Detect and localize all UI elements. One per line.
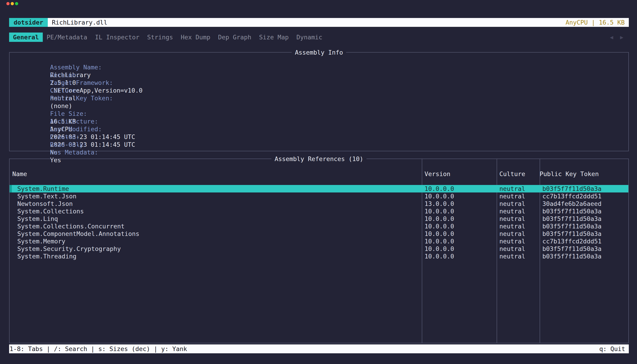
- assembly-info-title: Assembly Info: [292, 49, 346, 56]
- cell-version: 10.0.0.0: [422, 238, 497, 245]
- table-row-system-memory[interactable]: System.Memory 10.0.0.0 neutral cc7b13ffc…: [10, 238, 628, 245]
- tab-dep-graph[interactable]: Dep Graph: [214, 32, 255, 42]
- scroll-right-icon[interactable]: ▶: [620, 34, 623, 41]
- cell-culture: neutral: [497, 192, 540, 200]
- zoom-button[interactable]: [15, 2, 18, 5]
- table-row-system-linq[interactable]: System.Linq 10.0.0.0 neutral b03f5f7f11d…: [10, 215, 628, 222]
- status-bar: 1-8: Tabs | /: Search | s: Sizes (dec) |…: [9, 344, 629, 353]
- cell-culture: neutral: [497, 238, 540, 245]
- cell-version: 10.0.0.0: [422, 252, 497, 260]
- tab-size-map[interactable]: Size Map: [255, 32, 292, 42]
- app-badge: dotsider: [9, 18, 48, 27]
- table-row-system-collections-concurrent[interactable]: System.Collections.Concurrent 10.0.0.0 n…: [10, 222, 628, 230]
- assembly-info-panel: Assembly Info Assembly Name: RichLibrary…: [9, 52, 629, 151]
- cell-public-key-token: cc7b13ffcd2ddd51: [540, 238, 628, 245]
- cell-name: System.Memory: [10, 238, 422, 245]
- field-label: File Size:: [50, 110, 121, 118]
- tab-il-inspector[interactable]: IL Inspector: [91, 32, 143, 42]
- cell-version: 10.0.0.0: [422, 215, 497, 222]
- column-header-version: Version: [422, 170, 497, 178]
- cell-name: System.Runtime: [10, 185, 422, 192]
- table-body: System.Runtime 10.0.0.0 neutral b03f5f7f…: [10, 185, 628, 260]
- cell-version: 10.0.0.0: [422, 222, 497, 230]
- field-label: Architecture:: [50, 118, 121, 125]
- cell-name: System.Linq: [10, 215, 422, 222]
- column-header-public-key-token: Public Key Token: [540, 170, 628, 178]
- keybind-hints: 1-8: Tabs | /: Search | s: Sizes (dec) |…: [10, 345, 187, 353]
- cell-public-key-token: cc7b13ffcd2ddd51: [540, 192, 628, 200]
- cell-public-key-token: b03f5f7f11d50a3a: [540, 208, 628, 215]
- cell-public-key-token: b03f5f7f11d50a3a: [540, 215, 628, 222]
- tab-pe-metadata[interactable]: PE/Metadata: [43, 32, 91, 42]
- tab-hex-dump[interactable]: Hex Dump: [177, 32, 214, 42]
- assembly-references-panel: Assembly References (10) Name Version Cu…: [9, 158, 629, 343]
- tab-list: General PE/Metadata IL Inspector Strings…: [9, 32, 326, 42]
- cell-version: 10.0.0.0: [422, 230, 497, 238]
- cell-culture: neutral: [497, 245, 540, 252]
- info-field-assembly-name: Assembly Name: RichLibrary: [20, 56, 628, 64]
- assembly-info-fields: Assembly Name: RichLibrary Version: 2.5.…: [10, 52, 628, 148]
- field-label: Created:: [50, 133, 121, 141]
- titlebar: dotsider RichLibrary.dll AnyCPU | 16.5 K…: [9, 18, 629, 27]
- field-label: Version:: [50, 71, 121, 79]
- references-table: Name Version Culture Public Key Token Sy…: [10, 159, 628, 343]
- field-label: Has Metadata:: [50, 148, 121, 156]
- close-button[interactable]: [6, 2, 10, 5]
- table-row-system-runtime[interactable]: System.Runtime 10.0.0.0 neutral b03f5f7f…: [10, 185, 628, 192]
- cell-version: 10.0.0.0: [422, 192, 497, 200]
- tab-dynamic[interactable]: Dynamic: [292, 32, 326, 42]
- cell-name: System.ComponentModel.Annotations: [10, 230, 422, 238]
- cell-public-key-token: b03f5f7f11d50a3a: [540, 230, 628, 238]
- field-label: Public Key Token:: [50, 94, 121, 102]
- table-row-system-security-cryptography[interactable]: System.Security.Cryptography 10.0.0.0 ne…: [10, 245, 628, 252]
- cell-public-key-token: 30ad4fe6b2a6aeed: [540, 200, 628, 208]
- file-bar: RichLibrary.dll AnyCPU | 16.5 KB: [48, 18, 629, 27]
- window-controls: [6, 2, 18, 5]
- table-row-system-collections[interactable]: System.Collections 10.0.0.0 neutral b03f…: [10, 208, 628, 215]
- cell-name: System.Threading: [10, 252, 422, 260]
- tab-bar: General PE/Metadata IL Inspector Strings…: [9, 32, 629, 42]
- field-label: Target Framework:: [50, 79, 121, 87]
- file-meta: AnyCPU | 16.5 KB: [566, 19, 625, 26]
- scroll-left-icon[interactable]: ◀: [610, 34, 613, 41]
- cell-name: System.Text.Json: [10, 192, 422, 200]
- cell-culture: neutral: [497, 200, 540, 208]
- table-row-system-threading[interactable]: System.Threading 10.0.0.0 neutral b03f5f…: [10, 252, 628, 260]
- selection-marker: [10, 185, 12, 192]
- file-name: RichLibrary.dll: [52, 19, 108, 26]
- cell-name: Newtonsoft.Json: [10, 200, 422, 208]
- cell-name: System.Security.Cryptography: [10, 245, 422, 252]
- table-row-newtonsoft-json[interactable]: Newtonsoft.Json 13.0.0.0 neutral 30ad4fe…: [10, 200, 628, 208]
- table-row-system-componentmodel-annotations[interactable]: System.ComponentModel.Annotations 10.0.0…: [10, 230, 628, 238]
- cell-public-key-token: b03f5f7f11d50a3a: [540, 245, 628, 252]
- field-label: Culture:: [50, 87, 121, 94]
- cell-public-key-token: b03f5f7f11d50a3a: [540, 252, 628, 260]
- tab-scroll-controls: ◀ ▶: [610, 32, 629, 42]
- table-header: Name Version Culture Public Key Token: [10, 159, 628, 178]
- cell-public-key-token: b03f5f7f11d50a3a: [540, 222, 628, 230]
- cell-version: 10.0.0.0: [422, 185, 497, 192]
- cell-culture: neutral: [497, 185, 540, 192]
- cell-culture: neutral: [497, 222, 540, 230]
- cell-version: 10.0.0.0: [422, 208, 497, 215]
- field-label: Assembly Name:: [50, 64, 121, 71]
- cell-version: 10.0.0.0: [422, 245, 497, 252]
- cell-culture: neutral: [497, 230, 540, 238]
- minimize-button[interactable]: [11, 2, 14, 5]
- cell-public-key-token: b03f5f7f11d50a3a: [540, 185, 628, 192]
- tab-general[interactable]: General: [9, 32, 43, 42]
- cell-name: System.Collections.Concurrent: [10, 222, 422, 230]
- column-header-name: Name: [10, 170, 422, 178]
- cell-culture: neutral: [497, 252, 540, 260]
- field-label: Last Modified:: [50, 125, 121, 133]
- column-header-culture: Culture: [497, 170, 540, 178]
- cell-culture: neutral: [497, 208, 540, 215]
- table-row-system-text-json[interactable]: System.Text.Json 10.0.0.0 neutral cc7b13…: [10, 192, 628, 200]
- cell-version: 13.0.0.0: [422, 200, 497, 208]
- cell-name: System.Collections: [10, 208, 422, 215]
- quit-hint: q: Quit: [599, 345, 625, 353]
- field-label: Read-Only:: [50, 141, 121, 148]
- tab-strings[interactable]: Strings: [143, 32, 177, 42]
- cell-culture: neutral: [497, 215, 540, 222]
